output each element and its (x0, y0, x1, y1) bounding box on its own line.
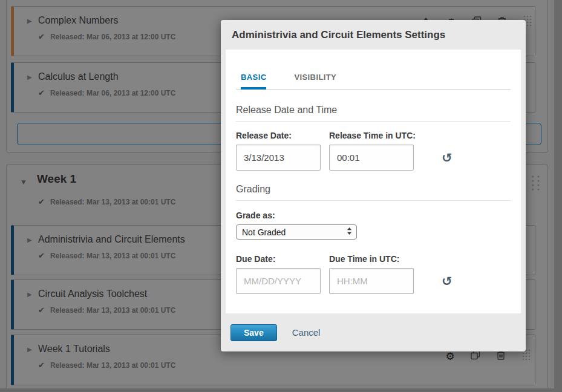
reset-release-icon[interactable]: ↺ (442, 151, 453, 164)
tab-basic[interactable]: BASIC (241, 73, 266, 90)
grading-group-heading: Grading (236, 184, 511, 201)
subsection-settings-modal: Administrivia and Circuit Elements Setti… (221, 20, 526, 351)
tab-visibility[interactable]: VISIBILITY (294, 73, 336, 90)
release-time-label: Release Time in UTC: (329, 131, 416, 140)
due-date-input[interactable] (236, 268, 321, 294)
release-group-heading: Release Date and Time (236, 105, 511, 122)
grade-as-label: Grade as: (236, 211, 275, 220)
release-date-label: Release Date: (236, 131, 329, 140)
release-time-input[interactable] (329, 145, 414, 171)
select-arrows-icon (347, 227, 352, 237)
reset-due-icon[interactable]: ↺ (442, 275, 453, 287)
modal-footer: Save Cancel (226, 313, 521, 351)
release-date-input[interactable] (236, 145, 321, 171)
modal-tabs: BASIC VISIBILITY (236, 73, 511, 90)
due-time-input[interactable] (329, 268, 414, 294)
grade-as-value: Not Graded (242, 227, 286, 237)
due-time-label: Due Time in UTC: (329, 254, 399, 264)
cancel-link[interactable]: Cancel (292, 327, 321, 338)
due-date-label: Due Date: (236, 254, 329, 264)
save-button[interactable]: Save (230, 324, 277, 341)
grade-as-select[interactable]: Not Graded (236, 224, 357, 240)
modal-body: BASIC VISIBILITY Release Date and Time R… (226, 50, 521, 313)
modal-title: Administrivia and Circuit Elements Setti… (221, 20, 526, 50)
